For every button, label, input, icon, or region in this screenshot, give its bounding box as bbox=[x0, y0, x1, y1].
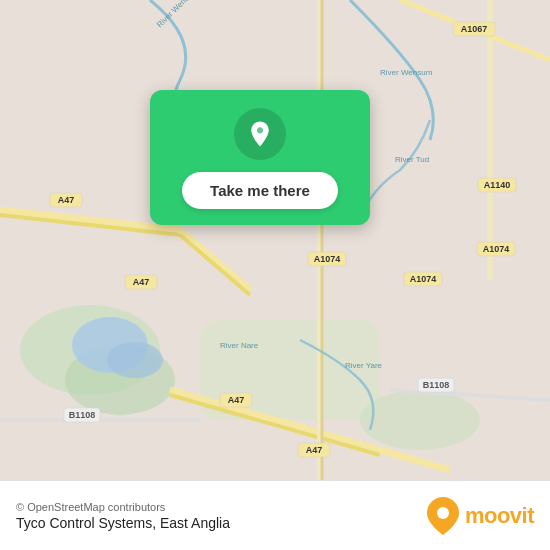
moovit-pin-icon bbox=[427, 497, 459, 535]
svg-text:B1108: B1108 bbox=[69, 410, 96, 420]
svg-text:River Nare: River Nare bbox=[220, 341, 259, 350]
svg-text:A1074: A1074 bbox=[314, 254, 341, 264]
svg-point-48 bbox=[437, 507, 449, 519]
svg-text:A1140: A1140 bbox=[484, 180, 511, 190]
svg-text:River Wensum: River Wensum bbox=[380, 68, 433, 77]
location-card: Take me there bbox=[150, 90, 370, 225]
bottom-bar: © OpenStreetMap contributors Tyco Contro… bbox=[0, 480, 550, 550]
svg-text:A47: A47 bbox=[228, 395, 245, 405]
svg-text:A47: A47 bbox=[58, 195, 75, 205]
location-name: Tyco Control Systems, East Anglia bbox=[16, 515, 230, 531]
svg-point-6 bbox=[107, 342, 163, 378]
svg-text:River Tud: River Tud bbox=[395, 155, 429, 164]
svg-text:A1067: A1067 bbox=[461, 24, 488, 34]
take-me-there-button[interactable]: Take me there bbox=[182, 172, 338, 209]
svg-text:A1074: A1074 bbox=[410, 274, 437, 284]
osm-attribution: © OpenStreetMap contributors bbox=[16, 501, 230, 513]
svg-text:B1108: B1108 bbox=[423, 380, 450, 390]
svg-point-4 bbox=[360, 390, 480, 450]
map-pin-icon bbox=[234, 108, 286, 160]
moovit-logo: moovit bbox=[427, 497, 534, 535]
svg-text:River Yare: River Yare bbox=[345, 361, 383, 370]
svg-text:A47: A47 bbox=[306, 445, 323, 455]
bottom-left-info: © OpenStreetMap contributors Tyco Contro… bbox=[16, 501, 230, 531]
map-container: A47 A47 A47 A47 A1067 A1074 A1074 A1074 … bbox=[0, 0, 550, 480]
svg-text:A47: A47 bbox=[133, 277, 150, 287]
moovit-brand-text: moovit bbox=[465, 503, 534, 529]
svg-text:A1074: A1074 bbox=[483, 244, 510, 254]
